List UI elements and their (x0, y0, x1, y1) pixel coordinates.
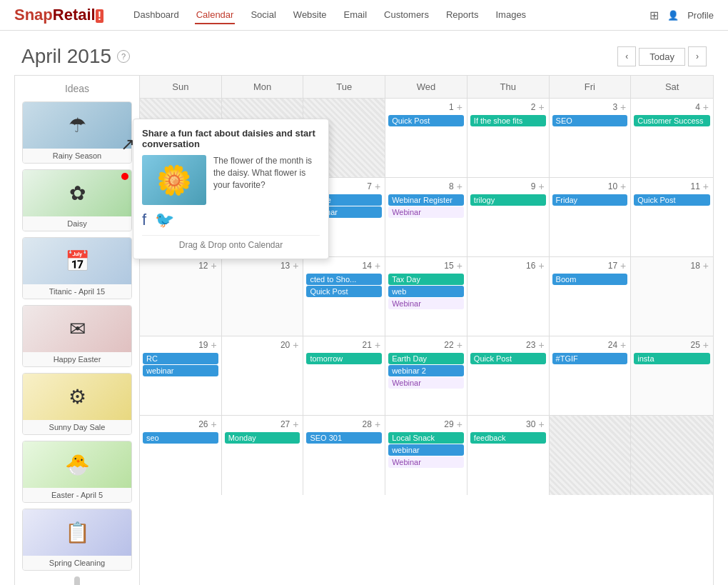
day-cell-18[interactable]: 18+ (631, 257, 713, 336)
day-cell-12[interactable]: 12+ (140, 257, 222, 336)
day-cell-20[interactable]: 20+ (222, 336, 304, 415)
day-cell-24[interactable]: 24+#TGIF (550, 336, 632, 415)
day-cell-23[interactable]: 23+Quick Post (467, 336, 550, 415)
day-cell-29[interactable]: 29+Local SnackwebinarWebinar (385, 416, 467, 495)
event-friday[interactable]: Friday (552, 194, 628, 206)
event-boom[interactable]: Boom (552, 274, 628, 285)
day-cell-25[interactable]: 25+insta (631, 336, 713, 415)
add-event-btn-26[interactable]: + (211, 419, 217, 430)
event-tomorrow[interactable]: tomorrow (306, 353, 382, 364)
add-event-btn-14[interactable]: + (375, 260, 380, 271)
day-cell-15[interactable]: 15+Tax DaywebWebinar (385, 257, 467, 336)
add-event-btn-18[interactable]: + (703, 260, 709, 271)
add-event-btn-11[interactable]: + (703, 181, 709, 192)
nav-email[interactable]: Email (343, 6, 369, 24)
event-webinar[interactable]: Webinar (388, 456, 464, 468)
event-seo-301[interactable]: SEO 301 (306, 432, 382, 444)
idea-card-easter[interactable]: ✉ Happy Easter (22, 305, 132, 367)
today-button[interactable]: Today (639, 48, 685, 66)
grid-icon[interactable]: ⊞ (649, 9, 659, 22)
help-icon[interactable]: ? (117, 50, 130, 63)
event-insta[interactable]: insta (634, 353, 710, 364)
add-event-btn-23[interactable]: + (538, 339, 544, 351)
event-quick-post[interactable]: Quick Post (306, 286, 382, 297)
event-quick-post[interactable]: Quick Post (470, 353, 546, 364)
event-tax-day[interactable]: Tax Day (388, 274, 464, 285)
day-cell-27[interactable]: 27+Monday (222, 416, 304, 495)
day-cell-4[interactable]: 4+Customer Success (631, 99, 713, 177)
add-event-btn-7[interactable]: + (375, 181, 380, 192)
nav-reports[interactable]: Reports (445, 6, 480, 24)
day-cell-16[interactable]: 16+ (467, 257, 550, 336)
twitter-share-icon[interactable]: 🐦 (155, 211, 174, 229)
day-cell-3[interactable]: 3+SEO (550, 99, 632, 177)
event-earth-day[interactable]: Earth Day (388, 353, 464, 364)
event-webinar[interactable]: Webinar (388, 206, 464, 218)
add-event-btn-28[interactable]: + (375, 419, 380, 430)
nav-images[interactable]: Images (494, 6, 527, 24)
event-local-snack[interactable]: Local Snack (388, 432, 464, 444)
add-event-btn-22[interactable]: + (457, 339, 462, 351)
day-cell-10[interactable]: 10+Friday (550, 178, 632, 256)
idea-card-sunny[interactable]: ⚙ Sunny Day Sale (22, 373, 132, 435)
add-event-btn-2[interactable]: + (538, 101, 544, 113)
nav-dashboard[interactable]: Dashboard (132, 6, 181, 24)
event-webinar[interactable]: Webinar (388, 298, 464, 309)
event-feedback[interactable]: feedback (470, 432, 546, 444)
next-month-button[interactable]: › (688, 46, 707, 66)
idea-card-spring[interactable]: 📋 Spring Cleaning (22, 509, 132, 571)
add-event-btn-27[interactable]: + (293, 419, 298, 430)
event-quick-post[interactable]: Quick Post (634, 194, 710, 206)
day-cell-empty[interactable] (631, 416, 713, 495)
add-event-btn-29[interactable]: + (457, 419, 462, 430)
add-event-btn-25[interactable]: + (703, 339, 709, 351)
add-event-btn-16[interactable]: + (538, 260, 544, 271)
idea-card-titanic[interactable]: 📅 Titanic - April 15 (22, 237, 132, 299)
prev-month-button[interactable]: ‹ (617, 46, 636, 66)
nav-calendar[interactable]: Calendar (195, 6, 236, 24)
add-event-btn-19[interactable]: + (211, 339, 217, 351)
event-webinar[interactable]: webinar (388, 444, 464, 456)
add-event-btn-3[interactable]: + (620, 101, 626, 113)
add-event-btn-10[interactable]: + (620, 181, 626, 192)
event-web[interactable]: web (388, 286, 464, 297)
add-event-btn-13[interactable]: + (293, 260, 298, 271)
add-event-btn-17[interactable]: + (620, 260, 626, 271)
day-cell-13[interactable]: 13+ (222, 257, 304, 336)
event-seo[interactable]: seo (143, 432, 218, 444)
idea-card-daisy[interactable]: ✿ Daisy (22, 169, 132, 231)
nav-website[interactable]: Website (292, 6, 328, 24)
facebook-share-icon[interactable]: f (142, 211, 146, 229)
day-cell-9[interactable]: 9+trilogy (467, 178, 550, 256)
event-webinar[interactable]: Webinar (388, 377, 464, 389)
day-cell-21[interactable]: 21+tomorrow (303, 336, 385, 415)
day-cell-28[interactable]: 28+SEO 301 (303, 416, 385, 495)
event-webinar-2[interactable]: webinar 2 (388, 365, 464, 376)
day-cell-30[interactable]: 30+feedback (467, 416, 550, 495)
day-cell-8[interactable]: 8+Webinar RegisterWebinar (385, 178, 467, 256)
event-quick-post[interactable]: Quick Post (388, 115, 464, 126)
add-event-btn-12[interactable]: + (211, 260, 217, 271)
add-event-btn-15[interactable]: + (457, 260, 462, 271)
day-cell-1[interactable]: 1+Quick Post (385, 99, 467, 177)
day-cell-17[interactable]: 17+Boom (550, 257, 632, 336)
event-#tgif[interactable]: #TGIF (552, 353, 628, 364)
nav-customers[interactable]: Customers (383, 6, 430, 24)
day-cell-14[interactable]: 14+cted to Sho...Quick Post (303, 257, 385, 336)
event-trilogy[interactable]: trilogy (470, 194, 546, 206)
add-event-btn-30[interactable]: + (538, 419, 544, 430)
event-customer-success[interactable]: Customer Success (634, 115, 710, 126)
idea-card-rainy-season[interactable]: ☂ Rainy Season (22, 101, 132, 164)
event-rc[interactable]: RC (143, 353, 218, 364)
day-cell-2[interactable]: 2+If the shoe fits (467, 99, 550, 177)
day-cell-26[interactable]: 26+seo (140, 416, 222, 495)
add-event-btn-21[interactable]: + (375, 339, 380, 351)
add-event-btn-9[interactable]: + (538, 181, 544, 192)
add-event-btn-24[interactable]: + (620, 339, 626, 351)
day-cell-22[interactable]: 22+Earth Daywebinar 2Webinar (385, 336, 467, 415)
profile-link[interactable]: Profile (687, 10, 714, 21)
nav-social[interactable]: Social (249, 6, 277, 24)
add-event-btn-4[interactable]: + (703, 101, 709, 113)
event-if-the-shoe-fits[interactable]: If the shoe fits (470, 115, 546, 126)
event-webinar-register[interactable]: Webinar Register (388, 194, 464, 206)
